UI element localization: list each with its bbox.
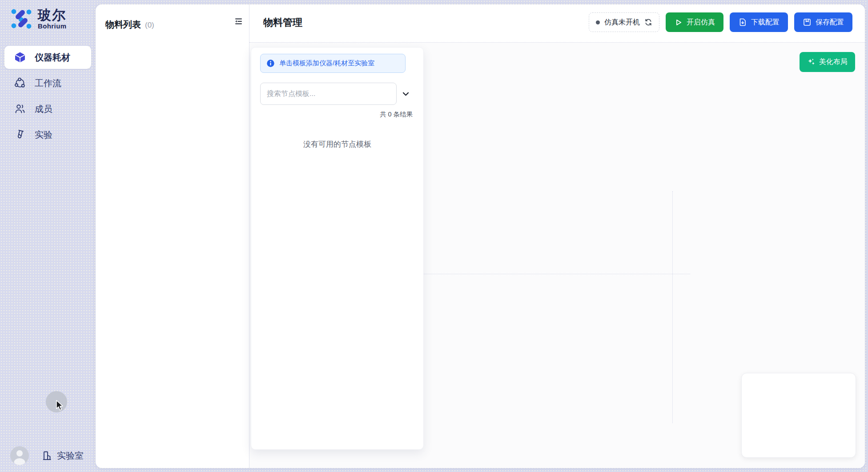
sidebar-item-label: 实验 (35, 129, 52, 141)
expand-filters-button[interactable] (397, 85, 414, 103)
page-header: 物料管理 仿真未开机 (249, 4, 865, 43)
workflow-icon (14, 77, 26, 89)
start-simulation-button[interactable]: 开启仿真 (666, 12, 723, 32)
mouse-cursor (54, 399, 65, 412)
status-label: 仿真未开机 (604, 18, 640, 27)
hint-text: 单击模板添加仪器/耗材至实验室 (279, 59, 374, 68)
download-config-label: 下载配置 (751, 18, 780, 27)
sidebar-item-members[interactable]: 成员 (4, 97, 91, 120)
sidebar-item-label: 仪器耗材 (35, 52, 70, 64)
search-row (260, 83, 414, 105)
building-icon (41, 450, 53, 461)
hint-banner: 单击模板添加仪器/耗材至实验室 (260, 54, 406, 73)
sidebar-item-instruments[interactable]: 仪器耗材 (4, 46, 91, 69)
brand-name-zh: 玻尔 (38, 8, 66, 22)
bohrium-logo-icon (11, 8, 32, 29)
download-config-button[interactable]: 下载配置 (730, 12, 788, 32)
canvas-minimap[interactable] (741, 373, 856, 458)
canvas-guide-vertical (672, 191, 673, 423)
lab-switcher[interactable]: 实验室 (41, 450, 84, 462)
app-root: 玻尔 Bohrium 仪器耗材 工作流 (0, 0, 868, 472)
beautify-layout-button[interactable]: 美化布局 (800, 52, 855, 72)
materials-panel-header: 物料列表 (0) (105, 19, 154, 31)
sidebar-item-label: 工作流 (35, 77, 61, 89)
save-bookmark-icon (803, 18, 812, 27)
canvas-guide-horizontal (423, 274, 690, 274)
info-icon (266, 59, 275, 68)
save-config-label: 保存配置 (816, 18, 844, 27)
save-config-button[interactable]: 保存配置 (794, 12, 852, 32)
avatar-person-icon (10, 446, 29, 465)
empty-templates-message: 没有可用的节点模板 (251, 139, 423, 149)
status-dot-icon (596, 20, 600, 24)
results-count: 共 0 条结果 (251, 110, 413, 119)
brand-text: 玻尔 Bohrium (38, 8, 66, 30)
page-title: 物料管理 (263, 16, 302, 29)
play-icon (674, 18, 683, 27)
template-search-input[interactable] (260, 83, 397, 105)
beautify-layout-label: 美化布局 (819, 57, 848, 67)
materials-panel-title: 物料列表 (105, 19, 141, 31)
main-container: 物料列表 (0) 物料管理 仿真未开机 (96, 4, 865, 468)
file-download-icon (738, 18, 747, 27)
brand-logo: 玻尔 Bohrium (11, 8, 66, 30)
sidebar-item-label: 成员 (35, 103, 52, 115)
start-simulation-label: 开启仿真 (687, 18, 715, 27)
sidebar-item-experiments[interactable]: 实验 (4, 123, 91, 146)
members-icon (14, 103, 26, 115)
cube-icon (14, 52, 26, 63)
template-search-panel: 单击模板添加仪器/耗材至实验室 共 0 条结果 没有可用的节点模板 (251, 47, 424, 450)
sidebar-nav: 仪器耗材 工作流 成员 (4, 46, 91, 146)
main-area: 物料管理 仿真未开机 (249, 4, 865, 468)
sparkles-icon (807, 58, 816, 66)
refresh-icon[interactable] (644, 18, 652, 26)
brand-name-en: Bohrium (38, 22, 66, 30)
sidebar-footer: 实验室 (10, 446, 84, 465)
workspace-canvas[interactable]: 单击模板添加仪器/耗材至实验室 共 0 条结果 没有可用的节点模板 (249, 43, 865, 468)
user-avatar[interactable] (10, 446, 29, 465)
chevron-down-icon (402, 90, 410, 98)
lab-label: 实验室 (57, 450, 84, 462)
sidebar-item-workflow[interactable]: 工作流 (4, 72, 91, 95)
collapse-panel-button[interactable] (233, 16, 243, 26)
materials-count: (0) (145, 21, 154, 30)
header-actions: 仿真未开机 开启仿真 (589, 12, 852, 32)
test-tube-icon (14, 129, 26, 140)
simulation-status-pill[interactable]: 仿真未开机 (589, 12, 659, 32)
